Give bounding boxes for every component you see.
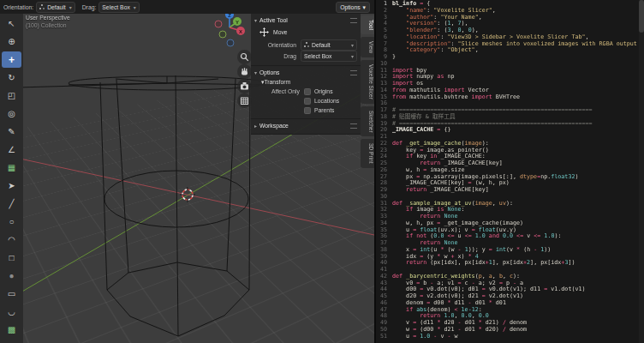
gizmo-neg-x-axis[interactable] [215,21,222,27]
options-button[interactable]: Options ▾ [336,2,370,13]
affect-only-label: Affect Only [254,88,304,94]
drag-dropdown[interactable]: Select Box ▾ [98,2,140,13]
move-tool[interactable]: + [2,51,21,68]
drag-value: Select Box [102,4,130,10]
chevron-down-icon: ▾ [351,42,354,48]
options-panel-header[interactable]: ▾ Options [251,68,361,77]
transform-subpanel-header[interactable]: ▾ Transform [251,77,361,87]
tab-tool[interactable]: Tool [361,15,374,34]
transform-tool[interactable]: ◎ [2,105,21,122]
panel-orientation-dropdown[interactable]: Default ▾ [301,39,357,51]
code-line-text: } [392,54,396,61]
select-box-tool[interactable]: ↖ [2,15,21,32]
panel-orientation-label: Orientation [254,42,301,48]
add-cube-tool[interactable]: ▦ [2,159,21,176]
add-arc-tool[interactable]: ◠ [2,232,21,248]
workspace-panel-header[interactable]: ▸ Workspace [251,121,361,130]
chevron-down-icon: ▾ [363,4,366,11]
scale-tool-icon: ◰ [8,92,15,100]
tab-view[interactable]: View [361,37,374,57]
select-box-tool-icon: ↖ [8,20,15,28]
x-axis-line [23,154,374,235]
active-tool-panel: ▾ Active Tool Move Orientation [251,14,361,66]
options-panel: ▾ Options ▾ Transform Affect Only Origin… [251,66,361,119]
gizmo-neg-y-axis[interactable] [219,31,226,38]
chevron-down-icon: ▾ [69,4,72,10]
none-sphere-tool-icon: ● [9,272,14,280]
tab-sketcher[interactable]: Sketcher [361,106,374,137]
ortho-toggle-button[interactable] [237,93,252,108]
chevron-down-icon: ▾ [134,4,136,10]
gizmo-z-label: Z [228,14,231,18]
code-line-text: "category": "Object", [392,47,479,54]
parents-checkbox-label: Parents [314,107,334,113]
pan-button[interactable] [237,64,252,79]
mesh-wireframe[interactable] [23,75,265,336]
tweak-tool[interactable]: ➤ [2,178,21,194]
app-root: User Perspective (100) Collection Z Y X [0,0,644,343]
origins-checkbox[interactable] [304,88,311,95]
locations-checkbox-label: Locations [314,98,339,104]
editor-scrollbar[interactable] [639,0,644,343]
rotate-tool[interactable]: ↻ [2,69,21,86]
orientation-dropdown[interactable]: Default ▾ [36,2,75,13]
code-line[interactable]: 29 return _IMAGE_CACHE[key] [376,187,644,194]
panel-drag-dropdown[interactable]: Select Box ▾ [301,51,357,62]
code-line-text: from mathutils.bvhtree import BVHTree [392,94,520,101]
none-sphere-tool[interactable]: ● [2,268,21,284]
zoom-button[interactable] [237,50,252,64]
gizmo-neg-z-axis[interactable] [227,39,234,46]
code-editor[interactable]: 1bl_info = {2 "name": "Voxelite Slicer",… [374,0,644,343]
add-rect-tool[interactable]: □ [2,250,21,266]
active-tool-name: Move [273,29,288,35]
add-plane-tool[interactable]: ▭ [2,286,21,302]
cursor-tool[interactable]: ⊕ [2,33,21,50]
active-tool-title: Active Tool [259,17,288,23]
parents-checkbox[interactable] [304,107,311,114]
panel-grip-icon[interactable] [350,18,357,23]
active-tool-header[interactable]: ▾ Active Tool [251,15,361,25]
add-circle-tool-icon: ○ [9,218,14,226]
tweak-tool-icon: ➤ [8,182,15,190]
code-line[interactable]: 20_IMAGE_CACHE = {} [376,127,644,134]
panel-grip-icon[interactable] [350,123,357,129]
options-panel-title: Options [259,69,279,75]
affect-only-row: Affect Only Origins [251,87,361,96]
locations-checkbox[interactable] [304,98,311,105]
panel-drag-value: Select Box [304,53,332,59]
active-tool-row[interactable]: Move [251,25,361,39]
code-line-text: u = 1.0 - v - w [392,334,458,340]
add-line-tool-icon: ╱ [9,200,14,208]
arc-sweep-tool[interactable]: ◡ [2,304,21,320]
workspace-panel-title: Workspace [259,123,289,129]
grid-fill-tool[interactable]: ▩ [2,322,21,338]
measure-tool[interactable]: ∠ [2,141,21,158]
orientation-value: Default [47,4,66,10]
viewport-header: Orientation: Default ▾ Drag: Select Box … [0,0,374,14]
transform-tool-icon: ◎ [8,110,15,118]
navigation-gizmo[interactable]: Z Y X [212,14,252,50]
tab-3d-print[interactable]: 3D Print [361,139,374,167]
drag-label: Drag: [82,4,97,10]
scale-tool[interactable]: ◰ [2,87,21,104]
drag-row: Drag Select Box ▾ [251,51,361,62]
collection-label: (100) Collection [26,22,70,28]
transform-subpanel-title: Transform [264,79,290,85]
viewport-overlay-text: User Perspective (100) Collection [26,15,70,28]
code-line[interactable]: 40 return (px[idx], px[idx+1], px[idx+2]… [376,260,644,267]
sidebar-tabs: ToolViewVoxelite SlicerSketcher3D Print [361,15,374,168]
panel-drag-label: Drag [254,53,301,59]
code-line[interactable]: 8 "category": "Object", [376,47,644,54]
scrollbar-thumb[interactable] [639,0,644,33]
code-line[interactable]: 51 u = 1.0 - v - w [376,334,644,340]
tab-voxelite-slicer[interactable]: Voxelite Slicer [361,60,374,104]
code-lines: 1bl_info = {2 "name": "Voxelite Slicer",… [376,1,644,340]
gizmo-y-label: Y [236,20,239,25]
annotate-tool[interactable]: ✎ [2,123,21,140]
panel-grip-icon[interactable] [350,70,357,75]
add-line-tool[interactable]: ╱ [2,196,21,212]
camera-view-button[interactable] [237,79,252,93]
code-line[interactable]: 15from mathutils.bvhtree import BVHTree [376,94,644,101]
add-circle-tool[interactable]: ○ [2,214,21,230]
code-line[interactable]: 9} [376,54,644,61]
